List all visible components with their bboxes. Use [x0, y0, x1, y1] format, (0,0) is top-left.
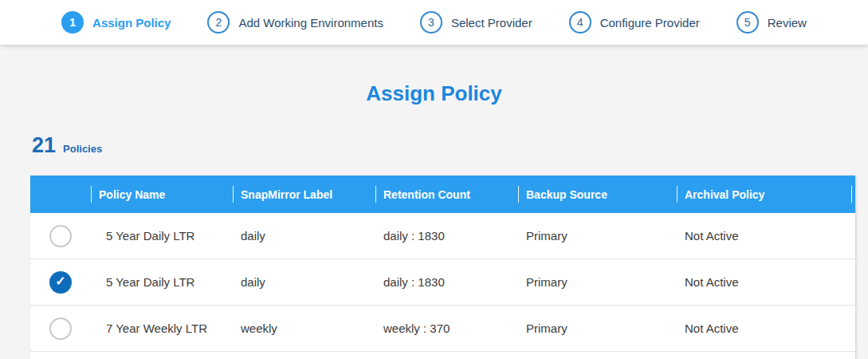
check-icon: ✓ [55, 275, 65, 288]
table-row[interactable]: ✓ 7 Year Weekly LTR weekly weekly : 370 … [30, 306, 855, 352]
cell-snapmirror-label: daily [233, 213, 375, 258]
table-header-row: Policy Name SnapMirror Label Retention C… [30, 176, 855, 213]
cell-retention-count: daily : 1830 [375, 213, 518, 258]
cell-backup-source: Primary [518, 306, 677, 351]
step-add-working-environments[interactable]: 2 Add Working Environments [207, 11, 383, 34]
cell-policy-name: 5 Year Daily LTR [91, 259, 233, 305]
header-label: Backup Source [526, 188, 607, 201]
row-select-cell: ✓ [30, 213, 91, 258]
policies-count: 21 [32, 133, 56, 158]
policies-summary: 21 Policies [32, 133, 868, 158]
cell-retention-count: daily : 1830 [375, 259, 518, 305]
table-row[interactable]: ✓ 5 Year Daily LTR daily daily : 1830 Pr… [30, 259, 855, 306]
row-select-cell: ✓ [30, 259, 91, 305]
column-separator [91, 186, 92, 203]
cell-policy-name: 5 Year Daily LTR [91, 213, 233, 258]
cell-archival-policy: Not Active [677, 213, 855, 258]
header-label: Retention Count [383, 188, 470, 201]
cell-archival-policy: Not Active [677, 259, 855, 305]
cell-snapmirror-label: weekly [233, 306, 375, 351]
policy-radio-button[interactable]: ✓ [49, 225, 72, 247]
step-review[interactable]: 5 Review [736, 11, 807, 34]
step-3-label: Select Provider [451, 16, 532, 30]
column-separator [851, 186, 852, 203]
step-configure-provider[interactable]: 4 Configure Provider [569, 11, 700, 34]
policy-radio-button[interactable]: ✓ [49, 271, 72, 294]
header-cell-select [30, 176, 91, 213]
step-4-label: Configure Provider [600, 16, 700, 30]
table-row[interactable]: ✓ 5 Year Daily LTR daily daily : 1830 Pr… [30, 213, 855, 259]
assign-policy-page: Assign Policy 21 Policies Policy Name Sn… [0, 81, 868, 359]
step-5-number-badge: 5 [736, 11, 759, 34]
step-5-label: Review [768, 16, 807, 30]
policies-table: Policy Name SnapMirror Label Retention C… [30, 176, 855, 359]
step-2-number-badge: 2 [207, 11, 230, 34]
column-separator [518, 186, 519, 203]
cell-backup-source: Primary [518, 213, 677, 258]
wizard-stepper: 1 Assign Policy 2 Add Working Environmen… [61, 11, 807, 34]
cell-policy-name: 7 Year Weekly LTR [91, 306, 233, 351]
cell-snapmirror-label: daily [233, 259, 375, 305]
page-title: Assign Policy [0, 81, 868, 105]
cell-archival-policy: Not Active [677, 306, 855, 351]
column-separator [375, 186, 376, 203]
header-label: SnapMirror Label [241, 188, 332, 201]
header-cell-snapmirror-label: SnapMirror Label [233, 176, 375, 213]
step-4-number-badge: 4 [569, 11, 591, 34]
wizard-top-bar: 1 Assign Policy 2 Add Working Environmen… [0, 0, 868, 45]
column-separator [233, 186, 234, 203]
cell-retention-count: weekly : 370 [375, 306, 518, 351]
header-label: Policy Name [99, 188, 165, 201]
step-2-label: Add Working Environments [238, 16, 383, 30]
step-select-provider[interactable]: 3 Select Provider [420, 11, 532, 34]
step-3-number-badge: 3 [420, 11, 442, 34]
header-label: Archival Policy [685, 188, 764, 201]
column-separator [677, 186, 678, 203]
policies-count-label: Policies [63, 143, 102, 155]
policy-radio-button[interactable]: ✓ [49, 318, 72, 340]
step-1-label: Assign Policy [92, 16, 171, 30]
header-cell-policy-name: Policy Name [91, 176, 233, 213]
header-cell-archival-policy: Archival Policy [677, 176, 855, 213]
cell-backup-source: Primary [518, 259, 677, 305]
step-1-number-badge: 1 [61, 11, 84, 34]
header-cell-backup-source: Backup Source [518, 176, 677, 213]
row-select-cell: ✓ [30, 306, 91, 351]
step-assign-policy[interactable]: 1 Assign Policy [61, 11, 171, 34]
header-cell-retention-count: Retention Count [375, 176, 518, 213]
table-row-partial [30, 352, 855, 359]
